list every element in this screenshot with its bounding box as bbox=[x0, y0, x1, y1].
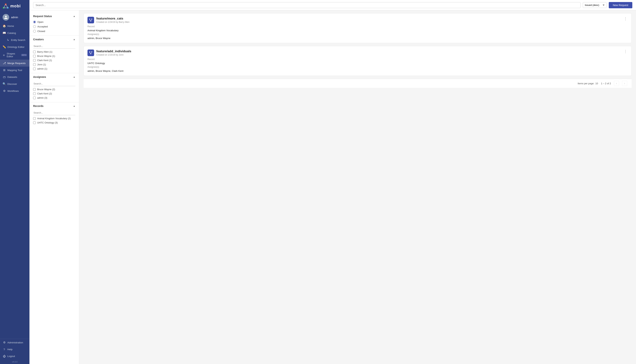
assignee-admin-label: admin (3) bbox=[37, 96, 47, 99]
workflows-icon: ⚙ bbox=[3, 89, 6, 92]
search-input[interactable] bbox=[33, 2, 580, 8]
records-header[interactable]: Records ▲ bbox=[30, 103, 79, 109]
assignee-clark-kent[interactable]: Clark Kent (2) bbox=[33, 92, 75, 95]
entity-search-icon: ↳ bbox=[6, 38, 10, 42]
creator-jonn[interactable]: Jonn (1) bbox=[33, 63, 75, 66]
main-content: Issued (desc) Issued (asc) Modified (des… bbox=[30, 0, 636, 364]
pagination-prev-button[interactable]: ‹ bbox=[614, 81, 619, 86]
sidebar-item-help-label: Help bbox=[7, 348, 13, 351]
request-card-1-record-value: Animal Kingdom Vocabulary bbox=[88, 29, 628, 32]
record-uhtc-ontology-checkbox[interactable] bbox=[33, 122, 36, 124]
svg-point-8 bbox=[90, 20, 91, 22]
request-card-2-title-area: feature/add_individuals Created on 1/15/… bbox=[96, 50, 131, 56]
assignee-admin[interactable]: admin (3) bbox=[33, 96, 75, 99]
assignee-bruce-wayne-label: Bruce Wayne (2) bbox=[37, 88, 55, 91]
sidebar-item-workflows-label: Workflows bbox=[7, 90, 19, 92]
status-accepted-radio[interactable] bbox=[33, 25, 36, 28]
assignees-search-input[interactable] bbox=[33, 81, 75, 86]
creator-barry-allen[interactable]: Barry Allen (1) bbox=[33, 50, 75, 53]
username: admin bbox=[11, 16, 18, 19]
status-open[interactable]: Open bbox=[33, 20, 75, 23]
record-animal-kingdom-label: Animal Kingdom Vocabulary (2) bbox=[37, 117, 71, 120]
svg-rect-13 bbox=[90, 52, 90, 53]
request-status-section: Request Status ▲ Open Accepted bbox=[30, 13, 79, 35]
status-open-radio[interactable] bbox=[33, 20, 36, 23]
sidebar-item-administration[interactable]: ⚙ Administration bbox=[0, 339, 30, 346]
creator-clark-kent[interactable]: Clark Kent (1) bbox=[33, 59, 75, 62]
sidebar-item-logout[interactable]: ⏻ Logout bbox=[0, 353, 30, 360]
sidebar-item-entity-search-label: Entity Search bbox=[11, 39, 25, 42]
status-accepted[interactable]: Accepted bbox=[33, 25, 75, 28]
sort-select[interactable]: Issued (desc) Issued (asc) Modified (des… bbox=[583, 2, 606, 8]
status-closed-radio[interactable] bbox=[33, 30, 36, 32]
sidebar-item-logout-label: Logout bbox=[7, 355, 15, 358]
record-uhtc-ontology-label: UHTC Ontology (3) bbox=[37, 121, 58, 124]
creator-barry-allen-checkbox[interactable] bbox=[33, 50, 36, 53]
pagination-next-button[interactable]: › bbox=[622, 81, 627, 86]
creators-label: Creators bbox=[33, 38, 44, 41]
record-animal-kingdom-checkbox[interactable] bbox=[33, 117, 36, 120]
creators-body: Barry Allen (1) Bruce Wayne (1) Clark Ke… bbox=[30, 42, 79, 72]
sidebar-item-shapes-editor-label: Shapes Editor bbox=[7, 52, 19, 58]
requests-panel: Reset feature/m bbox=[79, 10, 636, 364]
request-card-1-meta: Created on 1/24/19 by Barry Allen bbox=[96, 21, 130, 23]
assignee-clark-kent-label: Clark Kent (2) bbox=[37, 92, 52, 95]
body-area: Request Status ▲ Open Accepted bbox=[30, 10, 636, 364]
records-search-input[interactable] bbox=[33, 110, 75, 115]
pagination-range: 1 – 2 of 2 bbox=[601, 82, 611, 85]
svg-rect-9 bbox=[90, 19, 90, 20]
sidebar-item-workflows[interactable]: ⚙ Workflows bbox=[0, 88, 30, 94]
merge-requests-icon: ⎇ bbox=[3, 62, 6, 65]
request-status-header[interactable]: Request Status ▲ bbox=[30, 13, 79, 19]
new-request-button[interactable]: New Request bbox=[609, 2, 632, 8]
sidebar-item-help[interactable]: ? Help bbox=[0, 346, 30, 353]
app-name: mobi bbox=[10, 4, 21, 8]
records-body: Animal Kingdom Vocabulary (2) UHTC Ontol… bbox=[30, 109, 79, 126]
record-animal-kingdom[interactable]: Animal Kingdom Vocabulary (2) bbox=[33, 117, 75, 120]
record-uhtc-ontology[interactable]: UHTC Ontology (3) bbox=[33, 121, 75, 124]
assignee-bruce-wayne[interactable]: Bruce Wayne (2) bbox=[33, 88, 75, 91]
status-closed[interactable]: Closed bbox=[33, 30, 75, 32]
request-card-1-more-button[interactable]: ⋮ bbox=[622, 16, 628, 21]
creator-clark-kent-label: Clark Kent (1) bbox=[37, 59, 52, 62]
creator-admin-checkbox[interactable] bbox=[33, 68, 36, 70]
creator-bruce-wayne-checkbox[interactable] bbox=[33, 55, 36, 58]
sidebar-item-ontology-editor[interactable]: ✏️ Ontology Editor bbox=[0, 44, 30, 50]
creator-bruce-wayne[interactable]: Bruce Wayne (1) bbox=[33, 55, 75, 58]
mobi-logo-icon bbox=[2, 2, 9, 10]
assignees-header[interactable]: Assignees ▲ bbox=[30, 74, 79, 80]
sidebar-item-discover[interactable]: 🔍 Discover bbox=[0, 80, 30, 88]
request-card-2-title[interactable]: feature/add_individuals bbox=[96, 50, 131, 53]
request-card-2-assignees-label: Assignee(s) bbox=[88, 66, 628, 68]
request-card-1-fields: Record Animal Kingdom Vocabulary Assigne… bbox=[88, 25, 628, 40]
sidebar-item-catalog[interactable]: 📖 Catalog bbox=[0, 30, 30, 36]
avatar bbox=[3, 14, 9, 20]
creators-search-input[interactable] bbox=[33, 44, 75, 48]
svg-point-7 bbox=[91, 18, 92, 20]
creator-admin[interactable]: admin (1) bbox=[33, 67, 75, 70]
items-per-page-area: Items per page: 10 bbox=[578, 82, 598, 85]
merge-icon-2 bbox=[88, 50, 94, 56]
request-card-2-record-label: Record bbox=[88, 58, 628, 60]
creator-jonn-checkbox[interactable] bbox=[33, 63, 36, 66]
request-card-1-title[interactable]: feature/more_cats bbox=[96, 17, 130, 20]
status-accepted-label: Accepted bbox=[37, 25, 48, 28]
sidebar-item-home[interactable]: 🏠 Home bbox=[0, 22, 30, 30]
creators-header[interactable]: Creators ▲ bbox=[30, 36, 79, 42]
assignee-bruce-wayne-checkbox[interactable] bbox=[33, 88, 36, 91]
request-card-2-more-button[interactable]: ⋮ bbox=[622, 49, 628, 54]
request-card-2-header: feature/add_individuals Created on 1/15/… bbox=[88, 50, 628, 56]
request-card-1-record-label: Record bbox=[88, 25, 628, 28]
datasets-icon: 🗃 bbox=[3, 76, 6, 78]
sidebar-item-entity-search[interactable]: ↳ Entity Search bbox=[0, 36, 30, 44]
creator-clark-kent-checkbox[interactable] bbox=[33, 59, 36, 62]
sidebar-item-shapes-editor[interactable]: ≡ Shapes Editor BETA bbox=[0, 50, 30, 60]
request-card-1: feature/more_cats Created on 1/24/19 by … bbox=[84, 13, 631, 43]
sidebar-item-mapping-tool[interactable]: ⊞ Mapping Tool bbox=[0, 66, 30, 74]
sidebar-item-datasets[interactable]: 🗃 Datasets bbox=[0, 74, 30, 80]
sidebar-item-mapping-tool-label: Mapping Tool bbox=[7, 69, 22, 72]
administration-icon: ⚙ bbox=[3, 341, 6, 344]
assignee-clark-kent-checkbox[interactable] bbox=[33, 92, 36, 95]
sidebar-item-merge-requests[interactable]: ⎇ Merge Requests bbox=[0, 60, 30, 66]
assignee-admin-checkbox[interactable] bbox=[33, 96, 36, 99]
